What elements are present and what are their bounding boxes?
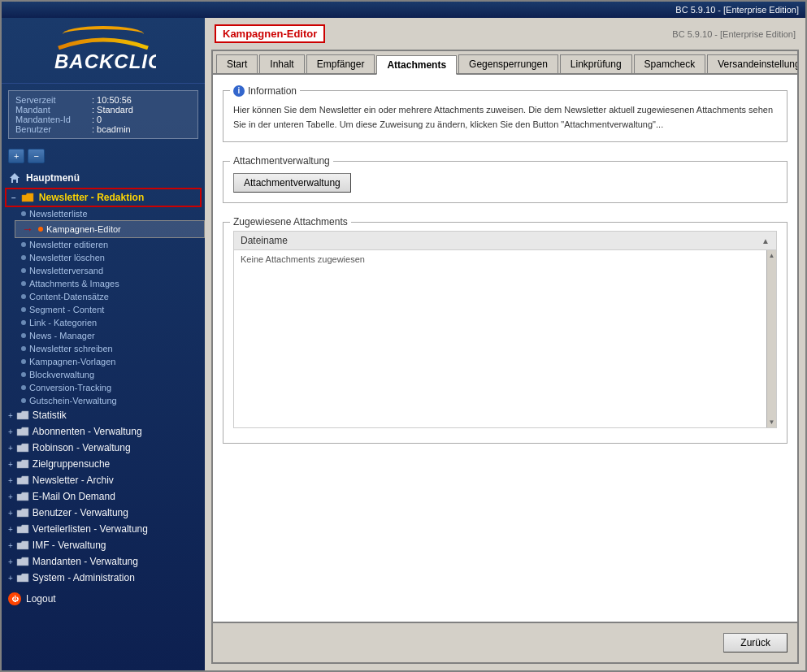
dot-icon: [21, 372, 26, 377]
benutzer-label: Benutzer: [15, 124, 89, 134]
tab-start[interactable]: Start: [216, 54, 258, 73]
folder-icon: [16, 475, 29, 485]
dot-icon: [21, 359, 26, 364]
gutschein-verwaltung-label: Gutschein-Verwaltung: [29, 396, 117, 405]
sidebar-item-email-on-demand[interactable]: + E-Mail On Demand: [2, 488, 205, 505]
logout-icon: ⏻: [8, 592, 21, 605]
sidebar-item-newsletterliste[interactable]: Newsletterliste: [15, 207, 205, 220]
dot-icon: [21, 211, 26, 216]
tab-gegensperrungen[interactable]: Gegensperrungen: [458, 54, 558, 73]
nav-section: Hauptmenü − Newsletter - Redaktion: [2, 167, 205, 610]
dot-icon: [21, 255, 26, 260]
scroll-up-arrow[interactable]: ▲: [767, 250, 777, 261]
newsletter-loeschen-label: Newsletter löschen: [29, 253, 105, 262]
sidebar-item-blockverwaltung[interactable]: Blockverwaltung: [15, 368, 205, 381]
page-title: Kampagnen-Editor: [215, 24, 325, 43]
expand-icon: +: [8, 476, 13, 485]
sidebar-item-benutzer-verwaltung[interactable]: + Benutzer - Verwaltung: [2, 505, 205, 521]
logout-label: Logout: [26, 593, 56, 605]
sidebar-item-zielgruppensuche[interactable]: + Zielgruppensuche: [2, 456, 205, 472]
folder-icon: [16, 524, 29, 534]
sidebar-item-verteilerlisten-verwaltung[interactable]: + Verteilerlisten - Verwaltung: [2, 521, 205, 537]
sidebar-item-abonnenten-verwaltung[interactable]: + Abonnenten - Verwaltung: [2, 423, 205, 440]
sidebar-toolbar: + −: [2, 145, 205, 167]
expand-icon: +: [8, 525, 13, 534]
sidebar-item-conversion-tracking[interactable]: Conversion-Tracking: [15, 381, 205, 394]
newsletterliste-label: Newsletterliste: [29, 209, 88, 219]
expand-icon: +: [8, 444, 13, 453]
zielgruppensuche-label: Zielgruppensuche: [33, 458, 110, 470]
sidebar-item-news-manager[interactable]: News - Manager: [15, 329, 205, 342]
dot-icon: [21, 281, 26, 286]
sidebar-item-imf-verwaltung[interactable]: + IMF - Verwaltung: [2, 537, 205, 553]
sidebar-item-newsletter-archiv[interactable]: + Newsletter - Archiv: [2, 472, 205, 488]
attachmentverwaltung-legend: Attachmentverwaltung: [230, 155, 333, 167]
sidebar-item-system-administration[interactable]: + System - Administration: [2, 570, 205, 586]
sidebar-item-kampagnen-editor[interactable]: → Kampagnen-Editor: [15, 220, 205, 238]
sidebar-item-link-kategorien[interactable]: Link - Kategorien: [15, 316, 205, 329]
sidebar-item-attachments-images[interactable]: Attachments & Images: [15, 277, 205, 290]
hauptmenu-label: Hauptmenü: [26, 172, 80, 184]
folder-open-icon: [21, 193, 34, 202]
tab-versandeinstellungen[interactable]: Versandeinstellungen: [707, 54, 799, 73]
sidebar-item-segment-content[interactable]: Segment - Content: [15, 303, 205, 316]
sidebar-item-robinson-verwaltung[interactable]: + Robinson - Verwaltung: [2, 440, 205, 456]
expand-icon: +: [8, 509, 13, 518]
dot-icon-active: [38, 227, 43, 232]
main-layout: BACKCLICK Serverzeit : 10:50:56 Mandant …: [2, 18, 805, 670]
sidebar-item-newsletter-redaktion[interactable]: − Newsletter - Redaktion: [5, 188, 202, 207]
zurueck-button[interactable]: Zurück: [723, 633, 787, 652]
expand-icon: +: [8, 574, 13, 583]
arrow-icon: →: [22, 223, 33, 236]
sidebar-item-hauptmenu[interactable]: Hauptmenü: [2, 168, 205, 188]
folder-icon: [16, 410, 29, 420]
expand-icon: +: [8, 411, 13, 420]
expand-icon: +: [8, 492, 13, 501]
sidebar-item-kampagnen-vorlagen[interactable]: Kampagnen-Vorlagen: [15, 355, 205, 368]
dateiname-header: Dateiname: [241, 235, 288, 246]
zugewiesene-attachments-legend: Zugewiesene Attachments: [230, 216, 351, 228]
nav-group-newsletter-redaktion: − Newsletter - Redaktion Newsletterliste: [2, 188, 205, 407]
content-header: Kampagnen-Editor BC 5.9.10 - [Enterprise…: [205, 18, 805, 50]
sidebar: BACKCLICK Serverzeit : 10:50:56 Mandant …: [2, 18, 205, 670]
dot-icon: [21, 294, 26, 299]
attachmentverwaltung-section: Attachmentverwaltung Attachmentverwaltun…: [223, 155, 787, 203]
tab-empfaenger[interactable]: Empfänger: [306, 54, 375, 73]
scroll-down-arrow[interactable]: ▼: [767, 417, 777, 427]
sidebar-item-logout[interactable]: ⏻ Logout: [2, 589, 205, 609]
tab-inhalt[interactable]: Inhalt: [259, 54, 304, 73]
tab-attachments[interactable]: Attachments: [376, 55, 457, 75]
sidebar-item-newsletter-editieren[interactable]: Newsletter editieren: [15, 238, 205, 251]
mandant-label: Mandant: [15, 105, 89, 115]
blockverwaltung-label: Blockverwaltung: [29, 370, 94, 379]
tab-bar: Start Inhalt Empfänger Attachments Gegen…: [213, 51, 797, 75]
add-button[interactable]: +: [8, 149, 24, 163]
folder-icon: [16, 508, 29, 518]
sidebar-item-newsletter-schreiben[interactable]: Newsletter schreiben: [15, 342, 205, 355]
tab-spamcheck[interactable]: Spamcheck: [634, 54, 706, 73]
dot-icon: [21, 307, 26, 312]
system-administration-label: System - Administration: [33, 572, 135, 583]
news-manager-label: News - Manager: [29, 331, 95, 340]
attachmentverwaltung-button[interactable]: Attachmentverwaltung: [233, 173, 351, 193]
version-label: BC 5.9.10 - [Enterprise Edition]: [672, 29, 796, 39]
sidebar-item-gutschein-verwaltung[interactable]: Gutschein-Verwaltung: [15, 394, 205, 407]
attachments-table-body[interactable]: Keine Attachments zugewiesen ▲ ▼: [233, 249, 777, 428]
segment-content-label: Segment - Content: [29, 305, 104, 314]
sidebar-item-newsletter-loeschen[interactable]: Newsletter löschen: [15, 251, 205, 264]
information-text: Hier können Sie dem Newsletter ein oder …: [233, 103, 777, 132]
scrollbar[interactable]: ▲ ▼: [766, 250, 776, 427]
app-window: BC 5.9.10 - [Enterprise Edition]: [0, 0, 807, 672]
dot-icon: [21, 333, 26, 338]
sidebar-item-newsletterversand[interactable]: Newsletterversand: [15, 264, 205, 277]
folder-icon: [16, 573, 29, 583]
sidebar-item-mandanten-verwaltung[interactable]: + Mandanten - Verwaltung: [2, 553, 205, 570]
verteilerlisten-verwaltung-label: Verteilerlisten - Verwaltung: [33, 523, 148, 535]
sidebar-item-content-datensaetze[interactable]: Content-Datensätze: [15, 290, 205, 303]
mandanten-id-value: : 0: [92, 115, 102, 124]
benutzer-value: : bcadmin: [92, 124, 131, 134]
tab-linkpruefung[interactable]: Linkprüfung: [560, 54, 632, 73]
minus-button[interactable]: −: [28, 149, 44, 163]
dot-icon: [21, 268, 26, 273]
sidebar-item-statistik[interactable]: + Statistik: [2, 407, 205, 423]
